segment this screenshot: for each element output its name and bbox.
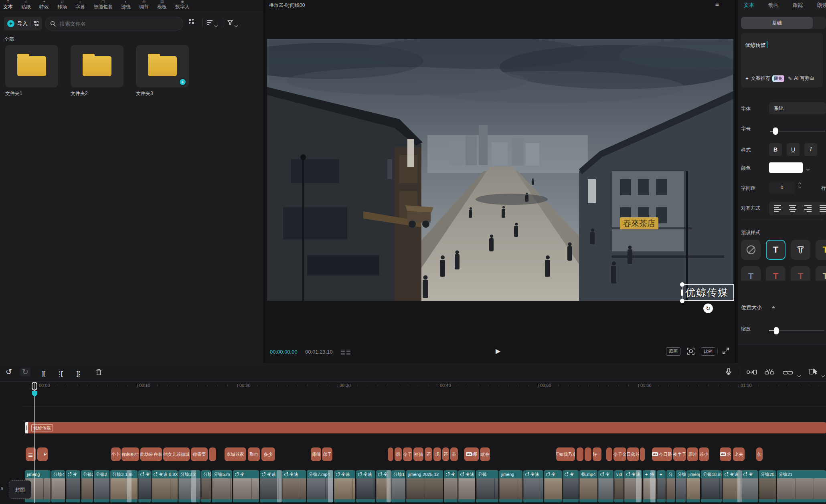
video-clip[interactable]: 分镜 — [476, 470, 498, 502]
top-menu-item[interactable]: ▢ 智能包装 — [93, 0, 113, 10]
video-clip[interactable] — [657, 470, 666, 502]
top-menu-item[interactable]: ≡ 字幕 — [75, 0, 85, 10]
subtitle-clip[interactable]: 你命犯生 — [121, 447, 139, 461]
subtitle-clip[interactable]: 哪 — [464, 447, 479, 461]
underline-button[interactable]: U — [787, 143, 800, 156]
video-clip[interactable]: 变速 — [523, 470, 543, 502]
tab-tracking[interactable]: 跟踪 — [793, 2, 803, 9]
subtitle-clip[interactable]: 苏小 — [699, 447, 709, 461]
split-left-icon[interactable]: [ — [59, 369, 63, 378]
align-left-icon[interactable] — [774, 205, 781, 212]
copy-suggest-button[interactable]: 文案推荐 — [751, 75, 770, 82]
timeline-ruler[interactable]: 00:0000:1000:2000:3000:4000:5001:0001:10 — [0, 382, 826, 392]
position-size-section[interactable]: 位置大小 — [741, 304, 762, 311]
preset-style-tile[interactable]: T — [791, 266, 810, 281]
scale-slider-handle[interactable] — [774, 327, 779, 334]
preset-style-tile[interactable]: T — [816, 266, 826, 281]
video-clip[interactable]: jimeng — [686, 470, 700, 502]
align-right-icon[interactable] — [804, 205, 812, 212]
video-clip[interactable]: 分 — [666, 470, 675, 502]
search-input[interactable] — [59, 20, 171, 27]
clip-boundary-highlight[interactable] — [737, 470, 742, 502]
video-clip[interactable]: jimeng-2025-12 — [406, 470, 443, 502]
folder-add-icon[interactable]: + — [179, 78, 186, 86]
import-button[interactable]: 导入 — [17, 20, 28, 27]
video-clip[interactable]: 分镜4 — [51, 470, 65, 502]
preset-style-tile[interactable]: T — [741, 266, 761, 281]
video-clip[interactable]: 分镜21 — [777, 470, 826, 502]
subtitle-clip[interactable]: 此劫应在奉 — [140, 447, 162, 461]
top-menu-item[interactable]: ⇄ 转场 — [57, 0, 67, 10]
ai-narration-button[interactable]: AI 写旁白 — [794, 75, 814, 82]
player-menu-icon[interactable]: ≡ — [715, 1, 719, 8]
subtitle-clip[interactable] — [640, 447, 645, 461]
main-text-track[interactable]: 优鲸传媒 — [25, 422, 826, 433]
folder-item[interactable]: 文件夹1 — [5, 45, 58, 97]
video-clip[interactable]: 变速 — [282, 470, 306, 502]
playhead-handle[interactable] — [32, 382, 37, 391]
ratio-button[interactable]: 比例 — [701, 347, 715, 356]
color-chevron-icon[interactable] — [807, 165, 809, 172]
folder-item[interactable]: 文件夹2 — [71, 45, 123, 97]
letter-spacing-stepper[interactable] — [799, 183, 801, 188]
clip-boundary-highlight[interactable] — [191, 470, 196, 502]
playhead-stem[interactable] — [34, 382, 35, 503]
subtitle-clip[interactable]: 多少 — [261, 447, 275, 461]
collapse-arrow-icon[interactable] — [771, 306, 775, 308]
font-size-slider[interactable] — [770, 131, 825, 132]
clip-boundary-highlight[interactable] — [277, 470, 282, 502]
video-clip[interactable]: 指.mp4 — [579, 470, 597, 502]
original-quality-button[interactable]: 原画 — [666, 347, 680, 356]
font-size-slider-handle[interactable] — [773, 128, 778, 135]
text-content-input[interactable]: 优鲸传媒 ✦ 文案推荐 限免 ✎ AI 写旁白 — [741, 33, 823, 87]
top-menu-item[interactable]: ◉ 数字人 — [175, 0, 190, 10]
subtitle-clip[interactable]: — P — [37, 447, 48, 461]
link-icon[interactable] — [783, 368, 793, 377]
top-menu-item[interactable]: T 文本 — [3, 0, 13, 10]
letter-spacing-input[interactable]: 0 — [769, 182, 795, 194]
folder-card[interactable]: + — [136, 45, 189, 87]
subtitle-clip[interactable]: 你需要 — [191, 447, 208, 461]
subtitle-clip[interactable]: 可知我乃奉 — [556, 447, 575, 461]
video-preview[interactable]: 春來茶店 — [267, 39, 733, 301]
subtitle-clip[interactable]: 师傅 — [311, 447, 321, 461]
subtitle-clip[interactable] — [606, 447, 612, 461]
clip-boundary-highlight[interactable] — [387, 470, 391, 502]
video-clip[interactable]: 变 — [138, 470, 151, 502]
sort-icon[interactable] — [207, 20, 213, 25]
subtitle-clip[interactable]: 苏 — [450, 447, 458, 461]
preview-axis-icon[interactable] — [764, 368, 775, 378]
selection-handle-mid-left[interactable] — [681, 289, 683, 296]
preset-style-tile[interactable] — [741, 240, 761, 260]
record-voiceover-icon[interactable] — [725, 368, 732, 378]
link-chevron-icon[interactable] — [798, 372, 800, 379]
video-clip[interactable]: jimeng — [499, 470, 522, 502]
subtitle-clip[interactable]: 还 — [442, 447, 449, 461]
subtitle-clip[interactable]: 小卜 — [111, 447, 121, 461]
video-clip[interactable]: 分镜3-2 — [178, 470, 200, 502]
subtitle-clip[interactable]: 令千金 — [613, 447, 626, 461]
trim-handle-left[interactable] — [25, 422, 28, 433]
overlay-text[interactable]: 优鲸传媒 — [685, 286, 729, 299]
split-right-icon[interactable]: ] — [77, 369, 81, 378]
subtitle-clip[interactable]: 好一 — [593, 447, 601, 461]
video-clip[interactable]: 变速 — [334, 470, 355, 502]
top-menu-item[interactable]: ▤ 模板 — [157, 0, 167, 10]
subtitle-clip[interactable] — [577, 447, 583, 461]
folder-card[interactable] — [71, 45, 123, 87]
selection-handle-bottom-left[interactable] — [680, 299, 684, 303]
video-clip[interactable]: 变 — [66, 470, 80, 502]
subtitle-clip[interactable] — [209, 447, 216, 461]
font-dropdown[interactable]: 系统 — [769, 102, 826, 114]
split-icon[interactable]: ][ — [42, 369, 45, 378]
subtitle-clip[interactable]: 但 — [756, 447, 763, 461]
folder-item[interactable]: + 文件夹3 — [136, 45, 189, 97]
video-clip[interactable]: vid — [614, 470, 624, 502]
preset-style-tile[interactable]: T — [766, 240, 786, 260]
subtitle-clip[interactable]: 神仙 — [413, 447, 423, 461]
subtitle-clip[interactable] — [388, 447, 393, 461]
video-clip[interactable]: 变速 0.8X — [152, 470, 178, 502]
preset-style-tile[interactable]: T — [816, 240, 826, 260]
subtitle-clip[interactable]: 还 — [425, 447, 432, 461]
video-clip[interactable]: 变 — [598, 470, 613, 502]
